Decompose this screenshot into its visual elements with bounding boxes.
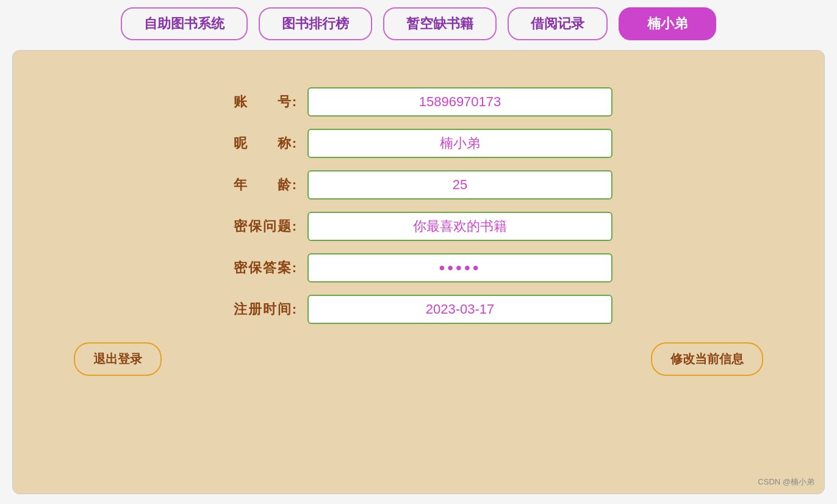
security-answer-input[interactable] — [307, 253, 612, 283]
register-time-input[interactable] — [307, 295, 612, 324]
age-row: 年 龄: — [225, 170, 612, 200]
logout-button[interactable]: 退出登录 — [74, 342, 162, 376]
nickname-row: 昵 称: — [225, 129, 612, 158]
nav-btn-profile[interactable]: 楠小弟 — [619, 7, 716, 40]
modify-info-button[interactable]: 修改当前信息 — [651, 342, 763, 376]
nickname-label: 昵 称: — [225, 134, 298, 153]
nav-btn-ranking[interactable]: 图书排行榜 — [259, 7, 372, 40]
account-label: 账 号: — [225, 93, 298, 111]
account-input[interactable] — [307, 87, 612, 117]
age-label: 年 龄: — [225, 176, 298, 194]
user-profile-form: 账 号: 昵 称: 年 龄: 密保问题: 密保答案: 注册时间: — [49, 87, 788, 324]
security-answer-row: 密保答案: — [225, 253, 612, 283]
account-row: 账 号: — [225, 87, 612, 117]
main-content: 账 号: 昵 称: 年 龄: 密保问题: 密保答案: 注册时间: 退出登录 修改… — [12, 50, 825, 494]
nav-btn-library[interactable]: 自助图书系统 — [121, 7, 248, 40]
register-time-label: 注册时间: — [225, 300, 298, 319]
register-time-row: 注册时间: — [225, 295, 612, 324]
security-question-label: 密保问题: — [225, 217, 298, 236]
age-input[interactable] — [307, 170, 612, 200]
security-question-input[interactable] — [307, 212, 612, 241]
watermark: CSDN @楠小弟 — [758, 477, 814, 488]
nav-btn-missing[interactable]: 暂空缺书籍 — [383, 7, 497, 40]
top-navigation: 自助图书系统 图书排行榜 暂空缺书籍 借阅记录 楠小弟 — [0, 0, 837, 48]
nav-btn-borrow[interactable]: 借阅记录 — [508, 7, 608, 40]
security-answer-label: 密保答案: — [225, 259, 298, 277]
nickname-input[interactable] — [307, 129, 612, 158]
button-row: 退出登录 修改当前信息 — [49, 342, 788, 376]
security-question-row: 密保问题: — [225, 212, 612, 241]
